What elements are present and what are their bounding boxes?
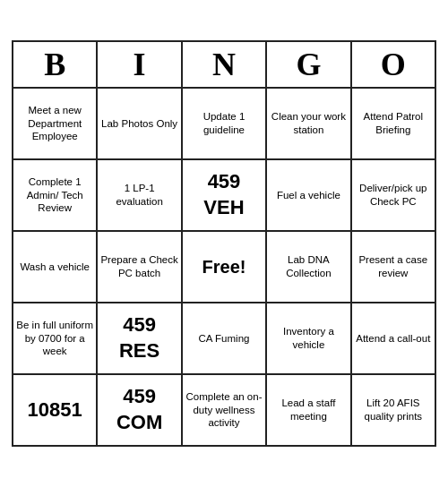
- bingo-cell-8[interactable]: Fuel a vehicle: [267, 160, 351, 232]
- bingo-cell-text-9: Deliver/pick up Check PC: [355, 182, 432, 209]
- bingo-cell-13[interactable]: Lab DNA Collection: [267, 232, 351, 303]
- bingo-cell-19[interactable]: Attend a call-out: [352, 303, 436, 375]
- bingo-cell-text-10: Wash a vehicle: [20, 261, 90, 274]
- bingo-cell-text-21: 459 COM: [100, 384, 177, 435]
- bingo-cell-text-2: Update 1 guideline: [185, 110, 263, 137]
- bingo-letter-o: O: [352, 42, 436, 89]
- bingo-cell-text-11: Prepare a Check PC batch: [100, 253, 177, 280]
- bingo-cell-11[interactable]: Prepare a Check PC batch: [98, 232, 182, 303]
- bingo-cell-text-3: Clean your work station: [270, 110, 347, 137]
- bingo-cell-text-6: 1 LP-1 evaluation: [100, 182, 177, 209]
- bingo-grid: Meet a new Department EmployeeLab Photos…: [12, 89, 436, 447]
- bingo-cell-text-17: CA Fuming: [199, 332, 250, 346]
- bingo-cell-12[interactable]: Free!: [183, 232, 267, 303]
- bingo-cell-16[interactable]: 459 RES: [98, 303, 182, 375]
- bingo-cell-24[interactable]: Lift 20 AFIS quality prints: [352, 375, 436, 447]
- bingo-cell-20[interactable]: 10851: [13, 375, 98, 447]
- bingo-header: BINGO: [12, 40, 436, 89]
- bingo-cell-text-4: Attend Patrol Briefing: [355, 110, 432, 137]
- bingo-cell-21[interactable]: 459 COM: [98, 375, 182, 447]
- bingo-cell-10[interactable]: Wash a vehicle: [13, 232, 98, 303]
- bingo-cell-text-19: Attend a call-out: [356, 332, 430, 346]
- bingo-cell-1[interactable]: Lab Photos Only: [98, 89, 182, 160]
- bingo-cell-text-23: Lead a staff meeting: [270, 397, 347, 423]
- bingo-cell-text-1: Lab Photos Only: [101, 117, 177, 131]
- bingo-cell-2[interactable]: Update 1 guideline: [183, 89, 267, 160]
- bingo-cell-7[interactable]: 459 VEH: [183, 160, 267, 232]
- bingo-cell-5[interactable]: Complete 1 Admin/ Tech Review: [13, 160, 98, 232]
- bingo-cell-text-8: Fuel a vehicle: [277, 189, 340, 202]
- bingo-card: BINGO Meet a new Department EmployeeLab …: [4, 33, 444, 454]
- bingo-cell-4[interactable]: Attend Patrol Briefing: [352, 89, 436, 160]
- bingo-cell-text-13: Lab DNA Collection: [270, 253, 347, 280]
- bingo-cell-23[interactable]: Lead a staff meeting: [267, 375, 351, 447]
- bingo-cell-text-14: Present a case review: [355, 253, 432, 280]
- bingo-cell-9[interactable]: Deliver/pick up Check PC: [352, 160, 436, 232]
- bingo-cell-6[interactable]: 1 LP-1 evaluation: [98, 160, 182, 232]
- bingo-cell-3[interactable]: Clean your work station: [267, 89, 351, 160]
- bingo-cell-15[interactable]: Be in full uniform by 0700 for a week: [13, 303, 98, 375]
- bingo-cell-text-20: 10851: [28, 397, 82, 423]
- bingo-cell-text-7: 459 VEH: [185, 169, 263, 220]
- bingo-letter-n: N: [183, 42, 267, 89]
- bingo-cell-17[interactable]: CA Fuming: [183, 303, 267, 375]
- bingo-letter-b: B: [13, 42, 98, 89]
- bingo-cell-text-0: Meet a new Department Employee: [16, 104, 93, 144]
- bingo-letter-i: I: [98, 42, 182, 89]
- bingo-cell-22[interactable]: Complete an on-duty wellness activity: [183, 375, 267, 447]
- bingo-letter-g: G: [267, 42, 351, 89]
- bingo-cell-0[interactable]: Meet a new Department Employee: [13, 89, 98, 160]
- bingo-cell-text-24: Lift 20 AFIS quality prints: [355, 397, 432, 423]
- bingo-cell-text-22: Complete an on-duty wellness activity: [185, 390, 263, 431]
- bingo-cell-text-18: Inventory a vehicle: [270, 325, 347, 352]
- bingo-cell-text-5: Complete 1 Admin/ Tech Review: [16, 175, 93, 216]
- bingo-cell-text-15: Be in full uniform by 0700 for a week: [16, 319, 93, 359]
- bingo-cell-14[interactable]: Present a case review: [352, 232, 436, 303]
- bingo-cell-text-16: 459 RES: [100, 312, 177, 363]
- bingo-cell-18[interactable]: Inventory a vehicle: [267, 303, 351, 375]
- bingo-cell-text-12: Free!: [202, 255, 246, 278]
